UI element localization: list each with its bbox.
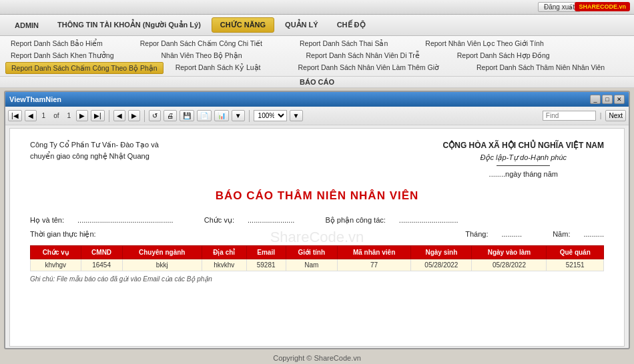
td-ngay-sinh: 05/28/2022	[411, 259, 472, 271]
company-name-2: chuyển giao công nghệ Nhật Quang	[30, 151, 159, 162]
th-chuc-vu: Chức vụ	[31, 246, 81, 259]
submenu-thai-san[interactable]: Report Danh Sách Thai Sản	[294, 38, 393, 49]
report-label-bar: BÁO CÁO	[0, 77, 634, 88]
note-text: Ghi chú: File mẫu báo cáo đã gửi vào Ema…	[30, 275, 604, 283]
nam-dots: ..........	[583, 230, 604, 239]
th-ngay-sinh: Ngày sinh	[411, 246, 472, 259]
gov-line	[497, 165, 550, 166]
toolbar-sep-1	[109, 110, 109, 122]
info-line-1: Họ và tên:..............................…	[30, 216, 604, 225]
info-line-2: Thời gian thực hiện: Tháng:.......... Nă…	[30, 230, 604, 239]
thang-label: Tháng:	[465, 230, 488, 239]
submenu-khen-thuong[interactable]: Report Danh Sách Khen Thưởng	[5, 50, 119, 61]
td-email: 59281	[246, 259, 286, 271]
nam-label: Năm:	[553, 230, 570, 239]
maximize-button[interactable]: □	[602, 95, 613, 104]
td-chuc-vu: khvhgv	[31, 259, 81, 271]
gov-info: CỘNG HÒA XÃ HỘI CHỦ NGHĨA VIỆT NAM Độc l…	[443, 139, 604, 180]
td-dia-chi: hkvkhv	[202, 259, 246, 271]
th-que-quan: Quê quán	[547, 246, 604, 259]
zoom-select[interactable]: 100% 75% 150%	[254, 110, 287, 121]
report-section-label: BÁO CÁO	[300, 78, 334, 86]
td-que-quan: 52151	[547, 259, 604, 271]
th-dia-chi: Địa chỉ	[202, 246, 246, 259]
submenu-cham-cong-bp[interactable]: Report Danh Sách Chấm Công Theo Bộ Phận	[5, 62, 164, 74]
export3-button[interactable]: 📊	[214, 110, 229, 121]
company-info: Công Ty Cổ Phần Tư Vấn- Đào Tạo và chuyể…	[30, 139, 159, 180]
submenu-di-tre[interactable]: Report Danh Sách Nhân Viên Di Trễ	[301, 50, 425, 61]
toolbar-sep-2	[144, 110, 145, 122]
nav-chuc-nang[interactable]: CHỨC NĂNG	[212, 17, 274, 33]
th-gioi-tinh: Giới tính	[286, 246, 337, 259]
export2-button[interactable]: 📄	[197, 110, 212, 121]
dropdown-button[interactable]: ▼	[232, 110, 245, 121]
report-main-title: BÁO CÁO THÂM NIÊN NHÂN VIÊN	[30, 189, 604, 203]
submenu-lam-them-gio[interactable]: Report Danh Sách Nhân Viên Làm Thêm Giờ	[293, 62, 444, 74]
report-header-section: Công Ty Cổ Phần Tư Vấn- Đào Tạo và chuyể…	[30, 139, 604, 180]
submenu-row-1: Report Danh Sách Bảo Hiểm Repor Danh Sác…	[0, 37, 634, 49]
ho-ten-dots: ........................................…	[77, 216, 174, 225]
th-email: Email	[246, 246, 286, 259]
forward-button[interactable]: ▶	[128, 110, 140, 121]
th-ngay-vao-lam: Ngày vào làm	[472, 246, 547, 259]
nav-thong-tin[interactable]: THÔNG TIN TÀI KHOẢN (Người Quản Lý)	[49, 18, 209, 32]
report-content: ShareCode.vn Công Ty Cổ Phần Tư Vấn- Đào…	[9, 128, 625, 347]
zoom-dropdown-button[interactable]: ▼	[290, 110, 303, 121]
page-prev-button[interactable]: ◀	[25, 110, 37, 121]
chuc-vu-label: Chức vụ:	[204, 216, 234, 225]
td-chuyen-nganh: bkkj	[122, 259, 202, 271]
ho-ten-label: Họ và tên:	[30, 216, 64, 225]
submenu-ky-luat[interactable]: Report Danh Sách Kỷ Luật	[170, 62, 266, 74]
th-ma-nv: Mã nhân viên	[337, 246, 410, 259]
th-chuyen-nganh: Chuyên ngành	[122, 246, 202, 259]
submenu-hop-dong[interactable]: Report Danh Sách Hợp Đồng	[452, 50, 555, 61]
submenu-loc-gioi-tinh[interactable]: Report Nhân Viên Lọc Theo Giới Tính	[420, 38, 549, 49]
company-name-1: Công Ty Cổ Phần Tư Vấn- Đào Tạo và	[30, 139, 159, 151]
bo-phan-dots: .............................	[399, 216, 458, 225]
submenu-tham-nien[interactable]: Report Danh Sách Thâm Niên Nhân Viên	[471, 62, 610, 74]
find-input[interactable]	[543, 111, 596, 121]
back-button[interactable]: ◀	[113, 110, 125, 121]
refresh-button[interactable]: ↺	[149, 110, 161, 121]
nav-quan-ly[interactable]: QUẢN LÝ	[277, 18, 326, 32]
minimize-button[interactable]: _	[590, 95, 601, 104]
copyright-bar: Copyright © ShareCode.vn	[0, 352, 634, 364]
logo-area: SHARECODE.vn	[575, 1, 630, 11]
window-controls: _ □ ✕	[590, 95, 625, 104]
report-window: ViewThamNien _ □ ✕ |◀ ◀ 1 of 1 ▶ ▶| ◀ ▶ …	[4, 91, 630, 349]
page-next-button[interactable]: ▶	[76, 110, 88, 121]
export-button[interactable]: 💾	[180, 110, 194, 121]
gov-date: ........ngày tháng năm	[443, 169, 604, 181]
top-bar: Đăng xuất SHARECODE.vn	[0, 0, 634, 15]
table-header-row: Chức vụ CMND Chuyên ngành Địa chỉ Email …	[31, 246, 604, 259]
submenu-row-2: Report Danh Sách Khen Thưởng Nhân Viên T…	[0, 49, 634, 61]
gov-title: CỘNG HÒA XÃ HỘI CHỦ NGHĨA VIỆT NAM	[443, 139, 604, 152]
bo-phan-label: Bộ phận công tác:	[325, 216, 385, 225]
submenu-row-3: Report Danh Sách Chấm Công Theo Bộ Phận …	[0, 61, 634, 75]
find-separator: |	[599, 112, 603, 119]
page-last-button[interactable]: ▶|	[91, 110, 105, 121]
find-next-button[interactable]: Next	[605, 110, 626, 121]
gov-sub: Độc lập-Tự do-Hạnh phúc	[443, 152, 604, 164]
thoi-gian-label: Thời gian thực hiện:	[30, 230, 96, 239]
close-button[interactable]: ✕	[614, 95, 625, 104]
chuc-vu-dots: .......................	[248, 216, 294, 225]
logout-button[interactable]: Đăng xuất	[538, 2, 581, 12]
td-cmnd: 16454	[81, 259, 122, 271]
report-title-bar: ViewThamNien _ □ ✕	[5, 92, 629, 107]
submenu-cham-cong-ct[interactable]: Repor Danh Sách Chấm Công Chi Tiết	[135, 38, 268, 49]
nav-che-do[interactable]: CHẾ ĐỘ	[329, 18, 374, 32]
report-toolbar: |◀ ◀ 1 of 1 ▶ ▶| ◀ ▶ ↺ 🖨 💾 📄 📊 ▼ 100% 75…	[5, 107, 629, 125]
copyright-text: Copyright © ShareCode.vn	[273, 354, 361, 362]
page-first-button[interactable]: |◀	[8, 110, 22, 121]
thang-dots: ..........	[501, 230, 522, 239]
submenu-bao-hiem[interactable]: Report Danh Sách Bảo Hiểm	[5, 38, 108, 49]
report-window-title: ViewThamNien	[9, 95, 61, 103]
page-total: 1	[65, 112, 74, 119]
nav-admin[interactable]: ADMIN	[7, 19, 47, 32]
print-button[interactable]: 🖨	[164, 110, 177, 121]
data-table: Chức vụ CMND Chuyên ngành Địa chỉ Email …	[30, 245, 604, 271]
logo-badge: SHARECODE.vn	[575, 2, 630, 11]
th-cmnd: CMND	[81, 246, 122, 259]
submenu-nv-bo-phan[interactable]: Nhân Viên Theo Bộ Phận	[155, 50, 247, 61]
